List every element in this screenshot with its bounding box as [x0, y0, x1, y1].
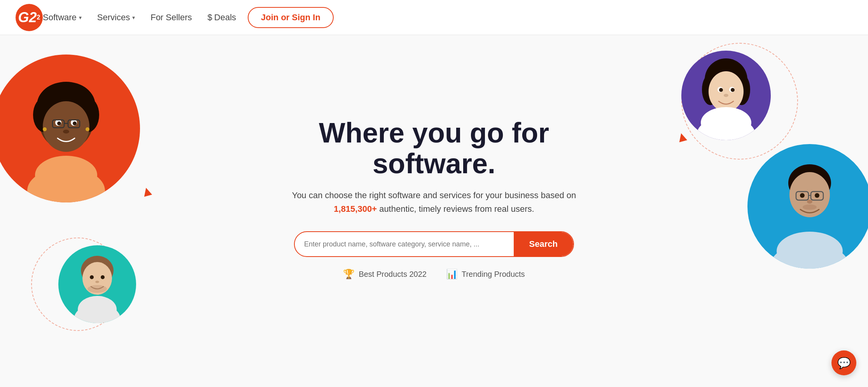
svg-point-41 [800, 193, 805, 198]
search-input[interactable] [295, 232, 514, 256]
arrow-accent-left: ▲ [138, 181, 156, 201]
trending-icon: 📊 [446, 269, 458, 280]
hero-section: ▲ ▲ [0, 35, 868, 354]
svg-point-4 [43, 101, 89, 152]
svg-point-8 [73, 121, 77, 125]
hero-subtitle: You can choose the right software and se… [278, 188, 590, 216]
svg-point-35 [701, 107, 751, 138]
svg-point-13 [43, 127, 47, 131]
review-count: 1,815,300+ [334, 204, 377, 214]
navbar: G22 Software ▾ Services ▾ For Sellers $ … [0, 0, 868, 35]
svg-point-33 [724, 94, 728, 97]
svg-point-46 [777, 232, 843, 269]
avatar-man-2 [747, 144, 868, 269]
svg-point-7 [57, 121, 61, 125]
nav-deals[interactable]: $ Deals [208, 12, 236, 23]
avatar-woman-2 [681, 51, 771, 140]
arrow-accent-right: ▲ [674, 127, 691, 146]
hero-bottom-links: 🏆 Best Products 2022 📊 Trending Products [278, 269, 590, 280]
search-button[interactable]: Search [514, 232, 573, 256]
svg-point-31 [719, 88, 723, 92]
nav-services[interactable]: Services ▾ [97, 12, 135, 23]
trophy-icon: 🏆 [343, 269, 355, 280]
chevron-down-icon: ▾ [132, 14, 135, 21]
avatar-man-1 [58, 245, 136, 323]
search-bar: Search [294, 231, 574, 257]
svg-point-21 [95, 281, 99, 283]
hero-title: Where you go for software. [278, 118, 590, 179]
svg-point-16 [35, 156, 97, 195]
svg-point-28 [709, 71, 744, 112]
svg-point-42 [815, 193, 819, 198]
best-products-link[interactable]: 🏆 Best Products 2022 [343, 269, 427, 280]
avatar-woman-1 [0, 55, 140, 202]
svg-point-12 [63, 130, 69, 134]
navbar-links: Software ▾ Services ▾ For Sellers $ Deal… [43, 12, 236, 23]
svg-point-14 [86, 127, 89, 131]
join-signin-button[interactable]: Join or Sign In [248, 7, 334, 28]
trending-products-link[interactable]: 📊 Trending Products [446, 269, 525, 280]
svg-point-19 [90, 275, 94, 279]
nav-software[interactable]: Software ▾ [43, 12, 82, 23]
svg-point-43 [807, 200, 812, 204]
hero-content: Where you go for software. You can choos… [278, 118, 590, 280]
svg-point-22 [88, 285, 107, 293]
svg-point-24 [78, 296, 117, 323]
dollar-icon: $ [208, 12, 212, 23]
svg-point-37 [789, 172, 830, 217]
svg-point-20 [101, 275, 105, 279]
nav-for-sellers[interactable]: For Sellers [150, 12, 192, 23]
g2-logo[interactable]: G22 [16, 4, 43, 31]
chevron-down-icon: ▾ [79, 14, 82, 21]
svg-point-32 [731, 88, 735, 92]
svg-point-44 [803, 204, 817, 210]
